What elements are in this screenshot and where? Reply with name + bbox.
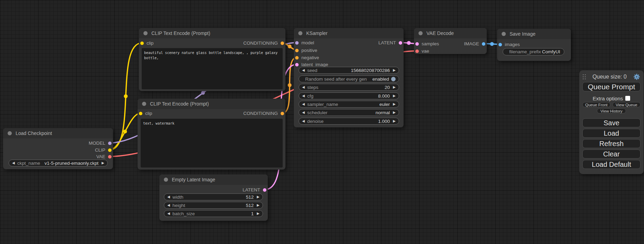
input-slot-positive[interactable]: positive (295, 47, 317, 54)
node-title-bar[interactable]: CLIP Text Encode (Prompt) (139, 28, 285, 38)
random-seed-toggle-widget[interactable]: Random seed after every gen enabled (299, 75, 399, 82)
node-empty-latent-image[interactable]: Empty Latent Image LATENT ◀ width 512 ▶ … (159, 174, 268, 221)
link-clip-to-positive-clip[interactable] (109, 43, 142, 150)
node-title-bar[interactable]: Empty Latent Image (159, 174, 268, 185)
denoise-widget[interactable]: ◀ denoise 1.000 ▶ (299, 118, 399, 125)
link-midpoint-dot[interactable] (288, 45, 292, 48)
link-midpoint-dot[interactable] (201, 91, 205, 95)
clear-button[interactable]: Clear (582, 150, 641, 159)
prev-arrow-icon[interactable]: ◀ (167, 212, 170, 215)
vae-slot-icon[interactable] (415, 49, 419, 53)
prompt-textarea[interactable]: beautiful scenery nature glass bottle la… (142, 48, 283, 89)
extra-options-checkbox[interactable] (625, 96, 630, 101)
prev-arrow-icon[interactable]: ◀ (167, 195, 170, 199)
collapse-dot-icon[interactable] (164, 178, 168, 182)
prev-arrow-icon[interactable]: ◀ (302, 85, 305, 89)
input-slot-images[interactable]: images (499, 41, 520, 48)
input-slot-vae[interactable]: vae (415, 48, 429, 54)
next-arrow-icon[interactable]: ▶ (393, 69, 396, 72)
collapse-dot-icon[interactable] (298, 31, 302, 35)
refresh-button[interactable]: Refresh (582, 139, 641, 148)
toggle-knob-icon[interactable] (391, 77, 396, 81)
prev-arrow-icon[interactable]: ◀ (302, 69, 305, 72)
link-midpoint-dot[interactable] (288, 83, 292, 87)
cfg-widget[interactable]: ◀ cfg 8.000 ▶ (299, 92, 399, 99)
output-slot-latent[interactable]: LATENT (242, 187, 266, 193)
sampler-name-widget[interactable]: ◀ sampler_name euler ▶ (299, 101, 399, 108)
link-midpoint-dot[interactable] (490, 42, 494, 46)
collapse-dot-icon[interactable] (8, 131, 12, 135)
clip-slot-icon[interactable] (140, 42, 144, 45)
link-midpoint-dot[interactable] (124, 94, 128, 98)
next-arrow-icon[interactable]: ▶ (257, 204, 259, 207)
queue-front-button[interactable]: Queue Front (582, 102, 610, 107)
ckpt-name-widget[interactable]: ◀ ckpt_name v1-5-pruned-emaonly.ckpt ▶ (9, 160, 108, 166)
link-clip-to-negative-clip[interactable] (109, 113, 141, 150)
load-button[interactable]: Load (582, 129, 641, 138)
node-vae-decode[interactable]: VAE Decode samples IMAGE vae (414, 28, 487, 54)
node-save-image[interactable]: Save Image images filename_prefix ComfyU… (497, 29, 571, 61)
latent-slot-icon[interactable] (263, 188, 266, 192)
node-title-bar[interactable]: KSampler (294, 28, 404, 38)
next-arrow-icon[interactable]: ▶ (393, 111, 396, 114)
next-arrow-icon[interactable]: ▶ (393, 85, 396, 89)
next-arrow-icon[interactable]: ▶ (257, 212, 259, 215)
settings-gear-icon[interactable] (633, 73, 640, 80)
input-slot-clip[interactable]: clip (140, 40, 153, 46)
link-midpoint-dot[interactable] (407, 41, 411, 45)
node-title-bar[interactable]: VAE Decode (414, 28, 487, 38)
prev-arrow-icon[interactable]: ◀ (302, 111, 305, 114)
next-arrow-icon[interactable]: ▶ (393, 102, 396, 106)
output-slot-conditioning[interactable]: CONDITIONING (243, 40, 284, 46)
next-arrow-icon[interactable]: ▶ (393, 119, 396, 123)
collapse-dot-icon[interactable] (143, 31, 148, 35)
view-history-button[interactable]: View History (597, 108, 626, 114)
load-default-button[interactable]: Load Default (582, 160, 641, 169)
image-slot-icon[interactable] (482, 42, 485, 46)
prev-arrow-icon[interactable]: ◀ (302, 102, 305, 106)
prompt-textarea[interactable]: text, watermark (141, 119, 283, 168)
next-arrow-icon[interactable]: ▶ (257, 195, 259, 199)
next-arrow-icon[interactable]: ▶ (102, 161, 104, 165)
output-slot-model[interactable]: MODEL (89, 140, 112, 146)
image-slot-icon[interactable] (499, 43, 502, 46)
prev-arrow-icon[interactable]: ◀ (302, 119, 305, 123)
node-title-bar[interactable]: Load Checkpoint (3, 128, 113, 138)
scheduler-widget[interactable]: ◀ scheduler normal ▶ (299, 109, 399, 116)
input-slot-samples[interactable]: samples (415, 40, 439, 47)
prev-arrow-icon[interactable]: ◀ (302, 94, 305, 98)
view-queue-button[interactable]: View Queue (612, 102, 641, 107)
node-clip-text-encode-negative[interactable]: CLIP Text Encode (Prompt) clip CONDITION… (138, 99, 285, 170)
output-slot-image[interactable]: IMAGE (464, 40, 485, 47)
node-load-checkpoint[interactable]: Load Checkpoint MODEL CLIP VAE ◀ ckpt_na… (3, 128, 113, 169)
input-slot-model[interactable]: model (295, 39, 314, 46)
graph-canvas[interactable]: { "colors":{ "model":"#B39DDB","clip":"#… (0, 0, 644, 244)
seed-widget[interactable]: ◀ seed 156680208700286 ▶ (299, 67, 399, 74)
height-widget[interactable]: ◀ height 512 ▶ (164, 202, 263, 209)
collapse-dot-icon[interactable] (418, 31, 423, 35)
collapse-dot-icon[interactable] (502, 32, 506, 36)
collapse-dot-icon[interactable] (142, 102, 146, 106)
prev-arrow-icon[interactable]: ◀ (12, 161, 15, 165)
conditioning-slot-icon[interactable] (281, 42, 284, 45)
model-slot-icon[interactable] (295, 41, 299, 45)
input-slot-negative[interactable]: negative (295, 54, 319, 61)
clip-slot-icon[interactable] (108, 148, 112, 152)
conditioning-slot-icon[interactable] (295, 56, 299, 60)
next-arrow-icon[interactable]: ▶ (393, 94, 396, 98)
output-slot-conditioning[interactable]: CONDITIONING (243, 110, 284, 117)
vae-slot-icon[interactable] (108, 155, 112, 159)
latent-slot-icon[interactable] (399, 41, 402, 45)
node-title-bar[interactable]: Save Image (497, 29, 571, 39)
width-widget[interactable]: ◀ width 512 ▶ (164, 193, 263, 200)
output-slot-clip[interactable]: CLIP (95, 147, 112, 153)
batch-size-widget[interactable]: ◀ batch_size 1 ▶ (164, 210, 263, 217)
model-slot-icon[interactable] (108, 142, 112, 145)
node-clip-text-encode-positive[interactable]: CLIP Text Encode (Prompt) clip CONDITION… (139, 28, 285, 91)
link-midpoint-dot[interactable] (123, 130, 127, 134)
latent-slot-icon[interactable] (415, 42, 419, 46)
output-slot-latent[interactable]: LATENT (378, 39, 402, 46)
conditioning-slot-icon[interactable] (281, 112, 284, 115)
input-slot-clip[interactable]: clip (139, 110, 152, 117)
output-slot-vae[interactable]: VAE (96, 153, 112, 160)
